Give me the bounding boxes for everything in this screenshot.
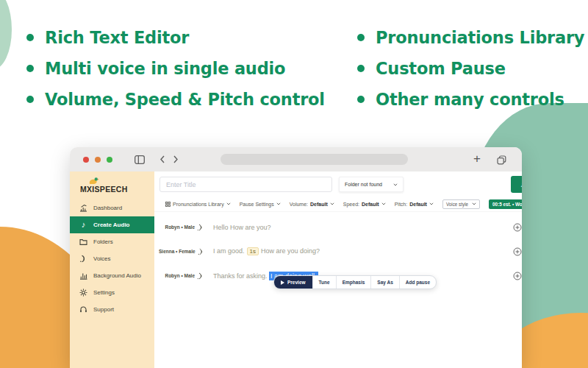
sentence-text[interactable]: Hello How are you? [213, 224, 271, 231]
chevron-down-icon [381, 202, 386, 205]
create-audio-button[interactable]: ♪ Create Audio [511, 176, 522, 193]
bullet-dot [357, 34, 365, 41]
pause-settings-dropdown[interactable]: Pause Settings [240, 202, 281, 207]
bullet-dot [26, 34, 34, 41]
sentence-fragment: I am good. [213, 247, 245, 255]
pronunciations-label: Pronunciations Library [173, 202, 224, 207]
folder-icon [79, 238, 87, 246]
feature-item: Pronunciations Library [357, 22, 588, 53]
chevron-down-icon [226, 202, 231, 205]
sidebar-item-label: Background Audio [93, 272, 141, 279]
dashboard-icon [79, 204, 87, 212]
speed-value: Default [362, 202, 379, 207]
add-row-icon[interactable] [513, 272, 522, 280]
add-pause-button[interactable]: Add pause [399, 276, 436, 289]
voice-icon [79, 255, 87, 263]
sentence-text[interactable]: I am good.1sHow are you doing? [213, 247, 320, 255]
browser-address-bar[interactable] [220, 154, 408, 165]
chevron-down-icon [393, 183, 398, 186]
pitch-dropdown[interactable]: Pitch: Default [395, 202, 434, 207]
speaker-icon [197, 272, 204, 280]
audio-stats-badge: 00:5 est. • Words 19 • Characters 83 [489, 199, 522, 209]
pitch-label: Pitch: [395, 202, 408, 207]
feature-column-right: Pronunciations Library Custom Pause Othe… [357, 22, 588, 115]
sidebar-item-folders[interactable]: Folders [70, 233, 154, 250]
speed-dropdown[interactable]: Speed: Default [343, 202, 386, 207]
bullet-dot [26, 65, 34, 72]
sidebar-item-label: Voices [93, 255, 111, 262]
pronunciations-library-dropdown[interactable]: Pronunciations Library [165, 202, 231, 207]
headset-icon [79, 305, 87, 314]
voice-name: Robyn • Male [165, 273, 195, 278]
voice-name: Sienna • Female [159, 249, 196, 254]
row-actions [513, 270, 522, 281]
folder-select[interactable]: Folder not found [339, 177, 404, 192]
tune-button[interactable]: Tune [312, 276, 336, 289]
sidebar-item-create-audio[interactable]: ♪ Create Audio [70, 216, 154, 233]
tab-overview-icon[interactable] [497, 155, 506, 168]
voice-name: Robyn • Male [165, 224, 195, 230]
bullet-dot [357, 96, 365, 103]
feature-label: Other many controls [376, 90, 564, 109]
voice-selector[interactable]: Sienna • Female [159, 248, 204, 255]
pause-badge[interactable]: 1s [247, 247, 259, 255]
sidebar-item-dashboard[interactable]: Dashboard [70, 199, 154, 216]
sidebar-item-label: Create Audio [93, 222, 130, 228]
main-panel: Folder not found ♪ Create Audio Pronunci… [154, 171, 522, 368]
bullet-dot [26, 96, 34, 103]
voice-style-select[interactable]: Voice style [442, 199, 480, 209]
music-note-icon: ♪ [520, 180, 522, 188]
grid-icon [165, 202, 171, 207]
row-actions [513, 246, 522, 257]
sentence-fragment: How are you doing? [261, 247, 320, 255]
browser-forward-icon[interactable] [173, 155, 179, 164]
audio-row: Robyn • Male Hello How are you? [154, 215, 522, 239]
text-tools-popup: Preview Tune Emphasis Say As Add pause [273, 275, 437, 289]
chevron-down-icon [429, 202, 434, 205]
sidebar-item-background-audio[interactable]: Background Audio [70, 267, 154, 284]
sidebar-item-support[interactable]: Support [70, 301, 154, 318]
browser-titlebar: + [70, 147, 522, 171]
brand-logo: MXISPEECH [70, 176, 154, 199]
close-window-button[interactable] [83, 157, 89, 163]
feature-item: Multi voice in single audio [26, 53, 325, 84]
promo-canvas: Rich Text Editor Multi voice in single a… [0, 0, 588, 368]
volume-dropdown[interactable]: Volume: Default [290, 202, 334, 207]
say-as-button[interactable]: Say As [370, 276, 398, 289]
editor-toolbar: Pronunciations Library Pause Settings Vo… [154, 197, 522, 212]
new-tab-icon[interactable]: + [473, 151, 481, 167]
speed-label: Speed: [343, 202, 359, 207]
sidebar-item-settings[interactable]: Settings [70, 284, 154, 301]
decor-blob-top-left [0, 0, 12, 69]
feature-label: Pronunciations Library [376, 28, 584, 47]
speaker-icon [198, 248, 204, 255]
preview-label: Preview [287, 280, 306, 285]
sidebar-item-voices[interactable]: Voices [70, 250, 154, 267]
preview-button[interactable]: Preview [274, 276, 312, 289]
add-row-icon[interactable] [513, 247, 522, 256]
browser-back-icon[interactable] [159, 155, 165, 164]
play-icon [281, 280, 284, 285]
browser-sidebar-toggle-icon[interactable] [135, 155, 145, 164]
sidebar-item-label: Dashboard [93, 205, 122, 211]
editor-header: Folder not found ♪ Create Audio [154, 171, 522, 197]
feature-label: Rich Text Editor [45, 28, 189, 47]
voice-selector[interactable]: Robyn • Male [159, 224, 204, 231]
chevron-down-icon [276, 202, 281, 205]
audio-row: Sienna • Female I am good.1sHow are you … [154, 239, 522, 263]
speaker-icon [197, 224, 204, 231]
title-input[interactable] [159, 177, 332, 192]
brand-name: MXISPEECH [80, 185, 154, 194]
zoom-window-button[interactable] [107, 157, 112, 163]
gear-icon [79, 289, 87, 297]
voice-selector[interactable]: Robyn • Male [159, 272, 204, 280]
add-row-icon[interactable] [513, 223, 522, 232]
feature-item: Custom Pause [357, 53, 588, 84]
feature-item: Rich Text Editor [26, 22, 325, 53]
emphasis-button[interactable]: Emphasis [336, 276, 371, 289]
minimize-window-button[interactable] [95, 157, 101, 163]
feature-label: Custom Pause [376, 59, 506, 78]
feature-label: Multi voice in single audio [45, 59, 285, 78]
window-controls [83, 157, 112, 163]
chevron-down-icon [330, 202, 334, 205]
